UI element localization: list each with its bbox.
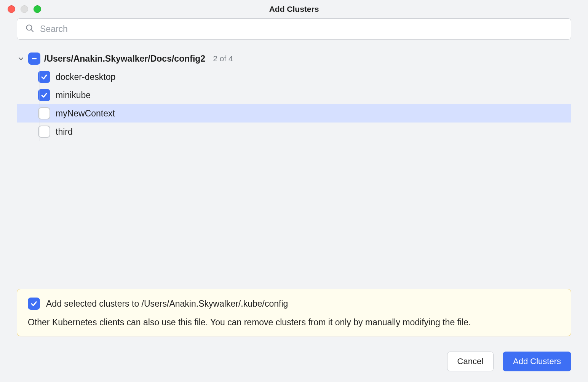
notice-top: Add selected clusters to /Users/Anakin.S… bbox=[28, 298, 560, 310]
tree-item-label: third bbox=[56, 127, 73, 137]
tree-item-label: myNewContext bbox=[56, 108, 115, 119]
tree-item[interactable]: minikube bbox=[17, 86, 571, 104]
tree-item-label: minikube bbox=[56, 90, 91, 100]
chevron-down-icon[interactable] bbox=[18, 56, 24, 62]
notice-body: Other Kubernetes clients can also use th… bbox=[28, 317, 560, 328]
titlebar: Add Clusters bbox=[0, 0, 588, 18]
add-clusters-button[interactable]: Add Clusters bbox=[503, 352, 571, 371]
dialog-content: /Users/Anakin.Skywalker/Docs/config2 2 o… bbox=[0, 18, 588, 382]
dialog-footer: Cancel Add Clusters bbox=[17, 344, 571, 371]
tree-item[interactable]: myNewContext bbox=[17, 104, 571, 123]
tree-item-label: docker-desktop bbox=[56, 72, 115, 82]
search-input[interactable] bbox=[17, 18, 571, 40]
tree-root-row[interactable]: /Users/Anakin.Skywalker/Docs/config2 2 o… bbox=[17, 49, 571, 68]
root-count: 2 of 4 bbox=[213, 54, 233, 63]
add-to-kube-config-checkbox[interactable] bbox=[28, 298, 40, 310]
tree-item[interactable]: third bbox=[17, 123, 571, 141]
notice-banner: Add selected clusters to /Users/Anakin.S… bbox=[17, 289, 571, 336]
notice-checkbox-label: Add selected clusters to /Users/Anakin.S… bbox=[46, 299, 288, 309]
search-wrap bbox=[17, 18, 571, 40]
cancel-button[interactable]: Cancel bbox=[447, 352, 494, 371]
minimize-icon bbox=[21, 5, 28, 13]
window-controls bbox=[8, 5, 41, 13]
tree-inner: /Users/Anakin.Skywalker/Docs/config2 2 o… bbox=[17, 47, 571, 141]
search-icon bbox=[25, 24, 34, 34]
dialog-window: Add Clusters /Users/Anakin.Skywalker/Doc… bbox=[0, 0, 588, 382]
svg-line-1 bbox=[31, 30, 33, 32]
zoom-icon[interactable] bbox=[34, 5, 41, 13]
close-icon[interactable] bbox=[8, 5, 15, 13]
root-path: /Users/Anakin.Skywalker/Docs/config2 bbox=[44, 54, 205, 64]
root-checkbox[interactable] bbox=[28, 53, 40, 65]
tree-guide bbox=[40, 65, 40, 141]
svg-rect-2 bbox=[32, 58, 37, 59]
tree-item[interactable]: docker-desktop bbox=[17, 68, 571, 86]
tree-children: docker-desktopminikubemyNewContextthird bbox=[17, 68, 571, 141]
dialog-title: Add Clusters bbox=[269, 5, 319, 14]
cluster-tree: /Users/Anakin.Skywalker/Docs/config2 2 o… bbox=[17, 47, 571, 281]
